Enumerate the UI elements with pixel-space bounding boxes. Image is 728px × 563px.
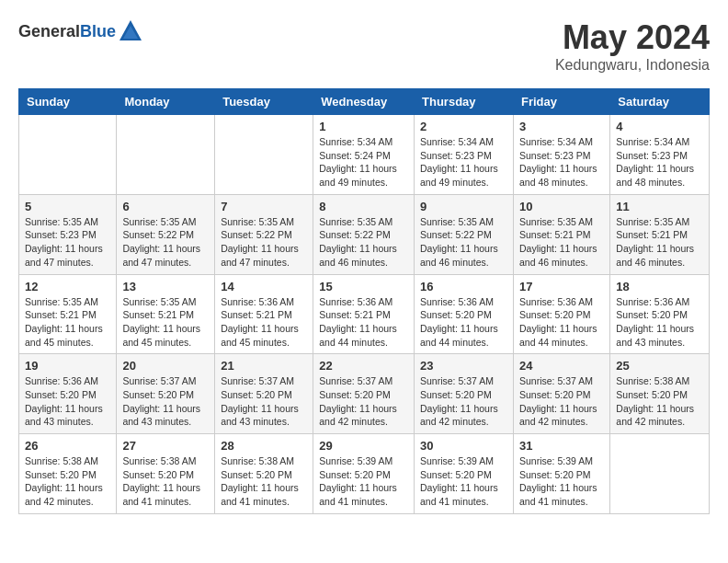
- day-number: 8: [319, 200, 408, 213]
- weekday-header-sunday: Sunday: [19, 89, 117, 115]
- day-info: Sunrise: 5:34 AM Sunset: 5:23 PM Dayligh…: [519, 135, 604, 190]
- day-number: 15: [319, 280, 408, 293]
- day-number: 16: [420, 280, 507, 293]
- calendar-cell: 14Sunrise: 5:36 AM Sunset: 5:21 PM Dayli…: [215, 274, 313, 354]
- calendar-week-1: 1Sunrise: 5:34 AM Sunset: 5:24 PM Daylig…: [19, 115, 710, 195]
- weekday-header-wednesday: Wednesday: [313, 89, 415, 115]
- calendar-cell: 28Sunrise: 5:38 AM Sunset: 5:20 PM Dayli…: [215, 434, 313, 514]
- day-info: Sunrise: 5:34 AM Sunset: 5:24 PM Dayligh…: [319, 135, 408, 190]
- day-info: Sunrise: 5:36 AM Sunset: 5:21 PM Dayligh…: [221, 295, 307, 350]
- calendar-week-5: 26Sunrise: 5:38 AM Sunset: 5:20 PM Dayli…: [19, 434, 710, 514]
- day-info: Sunrise: 5:35 AM Sunset: 5:22 PM Dayligh…: [319, 215, 408, 270]
- weekday-row: SundayMondayTuesdayWednesdayThursdayFrid…: [19, 89, 710, 115]
- day-number: 17: [519, 280, 604, 293]
- day-number: 22: [319, 359, 408, 373]
- day-info: Sunrise: 5:37 AM Sunset: 5:20 PM Dayligh…: [420, 374, 507, 429]
- day-number: 31: [519, 439, 604, 453]
- day-number: 18: [616, 280, 703, 293]
- calendar-cell: 3Sunrise: 5:34 AM Sunset: 5:23 PM Daylig…: [513, 115, 609, 195]
- day-number: 6: [122, 200, 209, 213]
- calendar-cell: 4Sunrise: 5:34 AM Sunset: 5:23 PM Daylig…: [610, 115, 710, 195]
- calendar-cell: [610, 434, 710, 514]
- logo-blue: Blue: [80, 22, 116, 40]
- logo: GeneralBlue: [18, 18, 143, 44]
- subtitle: Kedungwaru, Indonesia: [555, 57, 710, 74]
- calendar-week-3: 12Sunrise: 5:35 AM Sunset: 5:21 PM Dayli…: [19, 274, 710, 354]
- calendar-cell: [117, 115, 215, 195]
- day-number: 29: [319, 439, 408, 453]
- calendar-table: SundayMondayTuesdayWednesdayThursdayFrid…: [18, 88, 710, 514]
- day-info: Sunrise: 5:34 AM Sunset: 5:23 PM Dayligh…: [420, 135, 507, 190]
- calendar-cell: 13Sunrise: 5:35 AM Sunset: 5:21 PM Dayli…: [117, 274, 215, 354]
- page-header: GeneralBlue May 2024 Kedungwaru, Indones…: [18, 18, 710, 74]
- calendar-cell: 27Sunrise: 5:38 AM Sunset: 5:20 PM Dayli…: [117, 434, 215, 514]
- calendar-cell: 23Sunrise: 5:37 AM Sunset: 5:20 PM Dayli…: [415, 354, 514, 434]
- day-number: 23: [420, 359, 507, 373]
- day-number: 27: [122, 439, 209, 453]
- logo-text: GeneralBlue: [18, 22, 116, 41]
- weekday-header-friday: Friday: [513, 89, 609, 115]
- day-number: 28: [221, 439, 307, 453]
- day-number: 25: [616, 359, 703, 373]
- calendar-cell: 12Sunrise: 5:35 AM Sunset: 5:21 PM Dayli…: [19, 274, 117, 354]
- calendar-cell: 29Sunrise: 5:39 AM Sunset: 5:20 PM Dayli…: [313, 434, 415, 514]
- day-number: 20: [122, 359, 209, 373]
- day-number: 2: [420, 120, 507, 133]
- calendar-cell: 19Sunrise: 5:36 AM Sunset: 5:20 PM Dayli…: [19, 354, 117, 434]
- calendar-cell: 25Sunrise: 5:38 AM Sunset: 5:20 PM Dayli…: [610, 354, 710, 434]
- calendar-cell: 6Sunrise: 5:35 AM Sunset: 5:22 PM Daylig…: [117, 194, 215, 274]
- day-number: 21: [221, 359, 307, 373]
- day-number: 26: [25, 439, 110, 453]
- calendar-cell: 16Sunrise: 5:36 AM Sunset: 5:20 PM Dayli…: [415, 274, 514, 354]
- day-info: Sunrise: 5:35 AM Sunset: 5:21 PM Dayligh…: [25, 295, 110, 350]
- day-info: Sunrise: 5:38 AM Sunset: 5:20 PM Dayligh…: [616, 374, 703, 429]
- day-number: 5: [25, 200, 110, 213]
- day-number: 13: [122, 280, 209, 293]
- day-number: 7: [221, 200, 307, 213]
- logo-general: General: [18, 22, 80, 40]
- day-info: Sunrise: 5:39 AM Sunset: 5:20 PM Dayligh…: [420, 454, 507, 509]
- day-info: Sunrise: 5:35 AM Sunset: 5:22 PM Dayligh…: [221, 215, 307, 270]
- calendar-week-2: 5Sunrise: 5:35 AM Sunset: 5:23 PM Daylig…: [19, 194, 710, 274]
- calendar-body: 1Sunrise: 5:34 AM Sunset: 5:24 PM Daylig…: [19, 115, 710, 514]
- day-number: 3: [519, 120, 604, 133]
- calendar-cell: 1Sunrise: 5:34 AM Sunset: 5:24 PM Daylig…: [313, 115, 415, 195]
- calendar-cell: 15Sunrise: 5:36 AM Sunset: 5:21 PM Dayli…: [313, 274, 415, 354]
- calendar-cell: 18Sunrise: 5:36 AM Sunset: 5:20 PM Dayli…: [610, 274, 710, 354]
- calendar-header: SundayMondayTuesdayWednesdayThursdayFrid…: [19, 89, 710, 115]
- weekday-header-monday: Monday: [117, 89, 215, 115]
- day-number: 10: [519, 200, 604, 213]
- calendar-cell: 31Sunrise: 5:39 AM Sunset: 5:20 PM Dayli…: [513, 434, 609, 514]
- day-info: Sunrise: 5:37 AM Sunset: 5:20 PM Dayligh…: [319, 374, 408, 429]
- day-number: 19: [25, 359, 110, 373]
- day-info: Sunrise: 5:35 AM Sunset: 5:21 PM Dayligh…: [122, 295, 209, 350]
- day-number: 1: [319, 120, 408, 133]
- calendar-cell: [19, 115, 117, 195]
- title-area: May 2024 Kedungwaru, Indonesia: [555, 18, 710, 74]
- day-info: Sunrise: 5:36 AM Sunset: 5:20 PM Dayligh…: [616, 295, 703, 350]
- day-number: 11: [616, 200, 703, 213]
- day-info: Sunrise: 5:36 AM Sunset: 5:20 PM Dayligh…: [25, 374, 110, 429]
- weekday-header-thursday: Thursday: [415, 89, 514, 115]
- day-info: Sunrise: 5:35 AM Sunset: 5:22 PM Dayligh…: [122, 215, 209, 270]
- day-number: 14: [221, 280, 307, 293]
- day-info: Sunrise: 5:35 AM Sunset: 5:21 PM Dayligh…: [519, 215, 604, 270]
- main-title: May 2024: [555, 18, 710, 57]
- calendar-cell: 7Sunrise: 5:35 AM Sunset: 5:22 PM Daylig…: [215, 194, 313, 274]
- day-info: Sunrise: 5:35 AM Sunset: 5:22 PM Dayligh…: [420, 215, 507, 270]
- day-info: Sunrise: 5:36 AM Sunset: 5:20 PM Dayligh…: [519, 295, 604, 350]
- calendar-cell: 30Sunrise: 5:39 AM Sunset: 5:20 PM Dayli…: [415, 434, 514, 514]
- day-number: 9: [420, 200, 507, 213]
- calendar-cell: 17Sunrise: 5:36 AM Sunset: 5:20 PM Dayli…: [513, 274, 609, 354]
- calendar-cell: 26Sunrise: 5:38 AM Sunset: 5:20 PM Dayli…: [19, 434, 117, 514]
- calendar-cell: 21Sunrise: 5:37 AM Sunset: 5:20 PM Dayli…: [215, 354, 313, 434]
- day-info: Sunrise: 5:37 AM Sunset: 5:20 PM Dayligh…: [122, 374, 209, 429]
- calendar-cell: 9Sunrise: 5:35 AM Sunset: 5:22 PM Daylig…: [415, 194, 514, 274]
- day-info: Sunrise: 5:36 AM Sunset: 5:21 PM Dayligh…: [319, 295, 408, 350]
- day-info: Sunrise: 5:37 AM Sunset: 5:20 PM Dayligh…: [519, 374, 604, 429]
- day-info: Sunrise: 5:37 AM Sunset: 5:20 PM Dayligh…: [221, 374, 307, 429]
- calendar-cell: 10Sunrise: 5:35 AM Sunset: 5:21 PM Dayli…: [513, 194, 609, 274]
- day-number: 12: [25, 280, 110, 293]
- calendar-cell: 11Sunrise: 5:35 AM Sunset: 5:21 PM Dayli…: [610, 194, 710, 274]
- weekday-header-saturday: Saturday: [610, 89, 710, 115]
